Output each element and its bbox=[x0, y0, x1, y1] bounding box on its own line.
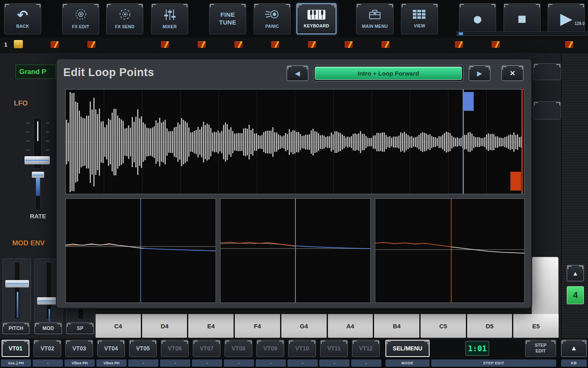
position-display: 1:01 bbox=[466, 341, 489, 356]
sp-button[interactable]: SP bbox=[66, 323, 94, 334]
track-vt10[interactable]: VT10 bbox=[288, 340, 316, 357]
key-b4[interactable]: B4 bbox=[374, 314, 419, 338]
track-vt02[interactable]: VT02 bbox=[33, 340, 61, 357]
loop-end-handle[interactable] bbox=[510, 172, 521, 191]
lfo-rate-label: RATE bbox=[24, 213, 52, 220]
track-vt11[interactable]: VT11 bbox=[320, 340, 348, 357]
track-vt04[interactable]: VT04 bbox=[97, 340, 125, 357]
pitch-button[interactable]: PITCH bbox=[2, 323, 29, 334]
step-edit-button[interactable]: STEP EDIT bbox=[525, 340, 556, 357]
loop-zoom-panel-start[interactable] bbox=[65, 198, 216, 303]
lfo-rate-slider-handle[interactable] bbox=[32, 172, 44, 178]
keyboard-up-button[interactable]: ▲ bbox=[561, 340, 587, 357]
fx-send-button[interactable]: FX SEND bbox=[106, 3, 143, 34]
track-vt03[interactable]: VT03 bbox=[65, 340, 93, 357]
track-label: - bbox=[319, 359, 350, 367]
step-marker-icon[interactable] bbox=[345, 41, 353, 48]
pattern-folder-icon[interactable] bbox=[14, 40, 23, 48]
track-vt07[interactable]: VT07 bbox=[193, 340, 220, 357]
waveform-svg bbox=[66, 90, 524, 194]
fx-edit-icon bbox=[74, 8, 88, 22]
step-marker-icon[interactable] bbox=[87, 41, 96, 48]
panic-button[interactable]: PANIC bbox=[254, 3, 291, 34]
track-label: - bbox=[192, 359, 222, 367]
key-d5[interactable]: D5 bbox=[467, 314, 512, 338]
track-vt05[interactable]: VT05 bbox=[129, 340, 157, 357]
step-marker-icon[interactable] bbox=[51, 41, 59, 48]
view-button[interactable]: VIEW bbox=[401, 3, 438, 34]
track-vt01[interactable]: VT01 bbox=[2, 340, 29, 357]
track-button-row: VT01 VT02 VT03 VT04 VT05 VT06 VT07 VT08 … bbox=[0, 339, 588, 358]
key-c4[interactable]: C4 bbox=[96, 314, 141, 338]
mixer-button[interactable]: MIXER bbox=[151, 3, 188, 34]
mod-button[interactable]: MOD bbox=[34, 323, 62, 334]
track-label: - bbox=[160, 359, 190, 367]
hidden-side-button[interactable] bbox=[533, 63, 561, 80]
track-label: - bbox=[33, 359, 63, 367]
track-vt09[interactable]: VT09 bbox=[256, 340, 284, 357]
record-button[interactable]: ● bbox=[459, 3, 496, 34]
step-marker-icon[interactable] bbox=[161, 41, 169, 48]
dialog-close-button[interactable]: ✕ bbox=[501, 65, 523, 81]
sel-menu-button[interactable]: SEL/MENU bbox=[385, 340, 430, 357]
back-button[interactable]: ↶ BACK bbox=[4, 3, 41, 34]
left-arrow-icon: ◀ bbox=[295, 70, 300, 77]
main-menu-box-icon bbox=[368, 9, 382, 22]
step-marker-icon[interactable] bbox=[234, 41, 243, 48]
step-edit-bar-label: STEP EDIT bbox=[431, 359, 556, 367]
track-vt08[interactable]: VT08 bbox=[225, 340, 252, 357]
main-menu-button[interactable]: MAIN MENU bbox=[356, 3, 394, 34]
key-g4[interactable]: G4 bbox=[281, 314, 327, 338]
key-f4[interactable]: F4 bbox=[235, 314, 280, 338]
loop-mode-select[interactable]: Intro + Loop Forward bbox=[315, 67, 462, 80]
record-icon: ● bbox=[472, 10, 483, 27]
key-d4[interactable]: D4 bbox=[142, 314, 187, 338]
step-marker-icon[interactable] bbox=[455, 41, 463, 48]
keyboard-button[interactable]: KEYBOARD bbox=[296, 3, 336, 34]
stop-button[interactable]: ■ bbox=[503, 3, 541, 34]
lfo-section-label: LFO bbox=[14, 99, 28, 108]
step-marker-icon[interactable] bbox=[271, 41, 279, 48]
envelope-svg bbox=[375, 199, 524, 303]
waveform-panel[interactable] bbox=[65, 89, 524, 194]
song-progress-bar[interactable] bbox=[457, 31, 587, 36]
key-e4[interactable]: E4 bbox=[188, 314, 234, 338]
loop-mode-prev-button[interactable]: ◀ bbox=[287, 65, 308, 81]
fx-edit-button[interactable]: FX EDIT bbox=[62, 3, 99, 34]
octave-display[interactable]: 4 bbox=[567, 286, 584, 304]
right-arrow-icon: ▶ bbox=[477, 70, 482, 77]
track-vt12[interactable]: VT12 bbox=[352, 340, 380, 357]
step-marker-icon[interactable] bbox=[565, 41, 573, 48]
track-label: - bbox=[128, 359, 158, 367]
play-button[interactable]: ▶ bbox=[548, 3, 585, 34]
loop-zoom-panel-mid[interactable] bbox=[220, 198, 371, 303]
step-marker-icon[interactable] bbox=[381, 41, 390, 48]
stop-icon: ■ bbox=[517, 11, 526, 26]
patch-name-box[interactable]: Grand P bbox=[16, 65, 56, 79]
loop-mode-next-button[interactable]: ▶ bbox=[469, 65, 490, 81]
pitch-fader[interactable] bbox=[14, 262, 20, 319]
track-label: Vibes PH bbox=[96, 359, 127, 367]
step-marker-icon[interactable] bbox=[308, 41, 316, 48]
mod-fader[interactable] bbox=[46, 262, 52, 319]
octave-up-button[interactable]: ▲ bbox=[567, 265, 584, 281]
track-vt06[interactable]: VT06 bbox=[161, 340, 189, 357]
key-e5[interactable]: E5 bbox=[513, 314, 559, 338]
fine-tune-button[interactable]: FINE TUNE bbox=[209, 3, 246, 34]
track-label: Gra..) PH bbox=[1, 359, 31, 367]
loop-start-handle[interactable] bbox=[464, 92, 474, 111]
dialog-title: Edit Loop Points bbox=[63, 66, 154, 79]
keyboard-position-indicator[interactable] bbox=[532, 257, 559, 317]
view-grid-icon bbox=[412, 9, 428, 21]
step-marker-icon[interactable] bbox=[198, 41, 206, 48]
step-marker-row: 1 bbox=[0, 38, 588, 53]
lfo-wave-slider-handle[interactable] bbox=[24, 156, 50, 164]
key-c5[interactable]: C5 bbox=[421, 314, 466, 338]
loop-zoom-panel-end[interactable] bbox=[375, 198, 525, 303]
pitch-fader-handle[interactable] bbox=[5, 280, 29, 287]
hidden-side-button[interactable] bbox=[533, 101, 561, 119]
step-marker-icon[interactable] bbox=[492, 41, 500, 48]
progress-handle[interactable] bbox=[459, 32, 463, 35]
key-a4[interactable]: A4 bbox=[328, 314, 373, 338]
lfo-wave-indicator bbox=[37, 121, 38, 141]
